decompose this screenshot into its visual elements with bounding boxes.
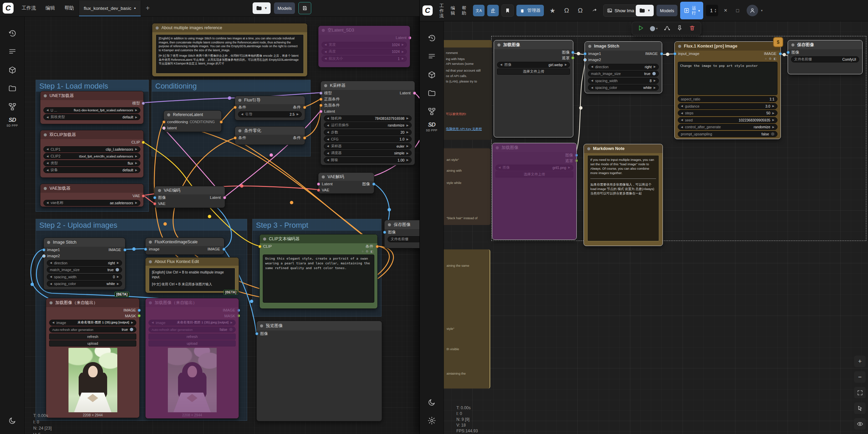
fit-view-button[interactable] bbox=[854, 387, 866, 398]
new-tab-button[interactable]: + bbox=[141, 4, 155, 12]
horseshoe-icon-2[interactable]: Ω bbox=[575, 7, 586, 14]
hide-icon[interactable]: ○ bbox=[765, 57, 767, 60]
sidebar-models-icon[interactable] bbox=[4, 62, 20, 78]
port-image2-in[interactable] bbox=[584, 58, 587, 61]
port-cond-in[interactable] bbox=[234, 106, 237, 109]
port-image-out[interactable] bbox=[779, 52, 782, 55]
hide-icon[interactable]: ○ bbox=[362, 250, 363, 253]
speak-icon[interactable]: ◧ bbox=[370, 250, 373, 253]
close-icon[interactable]: × bbox=[721, 7, 730, 14]
node-empty-latent-sd3[interactable]: 空Latent_SD3 Latent ◀宽度1024▶ ◀高度1024▶ ◀批次… bbox=[318, 25, 410, 68]
models-button[interactable]: Models bbox=[274, 2, 295, 14]
node-load-image[interactable]: 加载图像 图像 遮罩 ◀图像girl.webp▶ 选择文件上传 bbox=[494, 40, 573, 137]
toggle-knob[interactable] bbox=[652, 72, 656, 75]
port-image-out[interactable] bbox=[123, 248, 126, 251]
widget-guidance[interactable]: ◀guidance3.0▶ bbox=[678, 103, 777, 109]
theme-moon-icon[interactable] bbox=[423, 394, 440, 410]
widget-spacing-color[interactable]: ◀spacing_colorwhite▶ bbox=[588, 84, 659, 91]
widget-match-image-size[interactable]: match_image_sizetrue bbox=[47, 267, 122, 273]
node-vae-decode[interactable]: VAE解码 Latent图像 VAE bbox=[318, 172, 374, 194]
widget-image-file[interactable]: ◀图像girl.webp▶ bbox=[497, 62, 570, 68]
widget-scheduler[interactable]: ◀调度器simple▶ bbox=[324, 150, 412, 156]
avatar-chevron-icon[interactable]: ▾ bbox=[761, 9, 763, 12]
sidebar-models-icon[interactable] bbox=[423, 67, 440, 83]
partial-note-api[interactable]: ronment ing with https API services (som… bbox=[443, 40, 492, 140]
port-image2-in[interactable] bbox=[42, 254, 45, 258]
node-load-image-bypassed[interactable]: 加载图像 图像 遮罩 ◀图像gril1.png▶ 选择文件上传 bbox=[492, 143, 577, 240]
port-image-in[interactable] bbox=[255, 332, 258, 335]
horseshoe-icon-1[interactable]: Ω bbox=[561, 7, 572, 14]
run-selection-icon[interactable] bbox=[637, 25, 644, 33]
widget-seed[interactable]: ◀seed1022368309905935▶ bbox=[678, 117, 777, 123]
port-cond-out[interactable] bbox=[303, 106, 306, 109]
widget-clip2[interactable]: ◀CLIP2t5xxl_fp8_e4m3fn_scaled.safetensor… bbox=[43, 153, 140, 159]
port-latent-out[interactable] bbox=[223, 196, 226, 199]
port-image1-in[interactable] bbox=[42, 248, 45, 251]
port-vae-in[interactable] bbox=[153, 202, 156, 205]
node-flux-kontext-image-scale[interactable]: FluxKontextImageScale imageIMAGE bbox=[145, 238, 224, 255]
node-clip-text-encode[interactable]: CLIP文本编码器 CLIP条件 ○⚙◧ Using this elegant … bbox=[259, 234, 378, 309]
port-image-in[interactable] bbox=[144, 248, 147, 251]
port-latent-in[interactable] bbox=[317, 183, 320, 186]
widget-denoise[interactable]: ◀降噪1.00▶ bbox=[324, 157, 412, 163]
speak-icon[interactable]: ◧ bbox=[773, 57, 776, 60]
widget-cfg[interactable]: ◀CFG1.0▶ bbox=[324, 136, 412, 142]
open-workflow-button[interactable]: ▼ bbox=[636, 5, 654, 16]
theme-moon-icon[interactable] bbox=[4, 412, 20, 429]
port-clip-out[interactable] bbox=[142, 141, 145, 144]
choose-file-button[interactable]: 选择文件上传 bbox=[497, 69, 570, 75]
widget-auto-refresh[interactable]: Auto-refresh after generationtrue bbox=[49, 326, 136, 333]
select-mode-button[interactable] bbox=[854, 402, 866, 414]
manager-button[interactable]: 管理器 bbox=[516, 5, 544, 16]
sidebar-sdppp-item[interactable]: SDSD PPP bbox=[6, 117, 18, 127]
color-circle-icon[interactable]: ▾ bbox=[650, 26, 658, 31]
menu-workflow[interactable]: 工作流 bbox=[17, 5, 41, 11]
port-image1-in[interactable] bbox=[584, 52, 587, 55]
pin-icon[interactable] bbox=[676, 25, 683, 33]
node-vae-encode[interactable]: VAE编码 图像Latent VAE bbox=[154, 186, 225, 208]
zoom-in-button[interactable]: + bbox=[854, 356, 866, 367]
bezier-link-icon[interactable] bbox=[664, 25, 670, 33]
bookmark-button[interactable] bbox=[501, 4, 514, 17]
node-reference-latent[interactable]: ReferenceLatent conditioningCONDITIONING… bbox=[163, 110, 222, 132]
save-workflow-button[interactable] bbox=[298, 2, 311, 14]
delete-icon[interactable] bbox=[689, 25, 695, 33]
node-load-image-output-1[interactable]: 加载图像（来自输出） IMAGE MASK ◀image未命名项目-图层 1 (… bbox=[46, 298, 140, 418]
widget-match-image-size[interactable]: match_image_sizetrue bbox=[588, 71, 659, 77]
port-positive-in[interactable] bbox=[319, 98, 322, 101]
widget-spacing-width[interactable]: ◀spacing_width8▶ bbox=[588, 78, 659, 84]
port-image-in[interactable] bbox=[787, 51, 790, 54]
node-conditioning-zeroout[interactable]: 条件零化 条件条件 bbox=[235, 126, 305, 145]
menu-help[interactable]: 帮助 bbox=[458, 5, 470, 16]
port-cond-in[interactable] bbox=[234, 136, 237, 139]
show-image-button[interactable]: Show Ima bbox=[603, 4, 638, 17]
port-vae-in[interactable] bbox=[317, 189, 320, 192]
port-image-in[interactable] bbox=[383, 231, 386, 234]
refresh-button[interactable]: refresh bbox=[49, 334, 136, 340]
widget-unet-name[interactable]: ◀U ...flux1-dev-kontext_fp8_scaled.safet… bbox=[43, 107, 140, 113]
node-ksampler[interactable]: K采样器 模型Latent 正面条件 负面条件 Latent ◀随机种78438… bbox=[320, 81, 415, 165]
widget-spacing-width[interactable]: ◀spacing_width0▶ bbox=[47, 274, 122, 280]
widget-control-after-generate[interactable]: ◀control_after_generaterandomize▶ bbox=[678, 124, 777, 130]
widget-type[interactable]: ◀类型flux▶ bbox=[43, 160, 140, 166]
port-clip-in[interactable] bbox=[258, 245, 261, 248]
port-image-out[interactable] bbox=[660, 52, 663, 55]
widget-weight-dtype[interactable]: ◀剪枝类型default▶ bbox=[43, 114, 140, 120]
sidebar-nodes-library-icon[interactable] bbox=[423, 85, 440, 101]
batch-count-stepper[interactable]: 1▴▾ bbox=[706, 5, 718, 16]
toggle-knob[interactable] bbox=[116, 268, 119, 271]
port-model-out[interactable] bbox=[142, 102, 145, 105]
port-model-in[interactable] bbox=[319, 92, 322, 95]
menu-help[interactable]: 帮助 bbox=[60, 5, 79, 11]
widget-clip1[interactable]: ◀CLIP1clip_l.safetensors▶ bbox=[43, 146, 140, 152]
port-cond-out[interactable] bbox=[303, 136, 306, 139]
user-avatar[interactable] bbox=[747, 5, 758, 16]
port-mask-out[interactable] bbox=[571, 56, 574, 59]
port-conditioning-in[interactable] bbox=[162, 120, 165, 124]
node-flux-guidance[interactable]: Flux引导 条件条件 ◀引导2.5▶ bbox=[235, 96, 305, 120]
widget-steps[interactable]: ◀steps50▶ bbox=[678, 110, 777, 116]
widget-steps[interactable]: ◀步数20▶ bbox=[324, 129, 412, 135]
port-mask-out[interactable] bbox=[138, 314, 141, 317]
node-unet-loader[interactable]: UNET加载器 模型 ◀U ...flux1-dev-kontext_fp8_s… bbox=[40, 91, 144, 124]
sidebar-history-icon[interactable] bbox=[423, 30, 440, 46]
